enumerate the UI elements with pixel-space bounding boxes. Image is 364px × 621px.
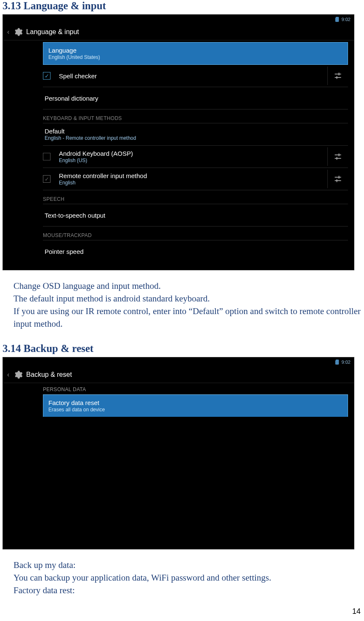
row-default-sub: English - Remote controller input method xyxy=(45,135,348,141)
body-p1: Change OSD language and input method. xyxy=(13,280,361,292)
row-factory-title: Factory data reset xyxy=(48,399,344,407)
body2-p2: You can backup your application data, Wi… xyxy=(13,571,361,584)
body2-p1: Back up my data: xyxy=(13,559,361,571)
row-default-title: Default xyxy=(45,127,348,135)
svg-rect-2 xyxy=(339,73,340,76)
settings-list-2: PERSONAL DATA Factory data reset Erases … xyxy=(3,383,354,549)
settings-icon[interactable] xyxy=(334,152,342,161)
svg-rect-0 xyxy=(335,74,341,75)
svg-rect-4 xyxy=(335,155,341,155)
checkbox-aosp[interactable] xyxy=(43,153,50,160)
svg-rect-11 xyxy=(337,179,337,182)
svg-rect-3 xyxy=(337,76,337,79)
svg-rect-9 xyxy=(335,180,341,181)
row-factory-sub: Erases all data on device xyxy=(48,407,344,413)
screen-title-2: Backup & reset xyxy=(26,371,72,378)
svg-rect-10 xyxy=(339,176,340,179)
svg-rect-8 xyxy=(335,177,341,178)
sim-icon xyxy=(335,360,339,365)
row-language-sub: English (United States) xyxy=(48,54,344,61)
row-spell-title: Spell checker xyxy=(59,72,327,80)
svg-rect-7 xyxy=(337,157,337,160)
row-remote[interactable]: ✓ Remote controller input method English xyxy=(43,168,348,190)
title-bar[interactable]: ‹ Language & input xyxy=(3,24,354,40)
screenshot-language-input: 9:02 ‹ Language & input Language English… xyxy=(3,14,354,270)
status-bar: 9:02 xyxy=(3,15,354,24)
row-aosp-title: Android Keyboard (AOSP) xyxy=(59,149,327,157)
page-number: 14 xyxy=(352,607,361,616)
row-spell-checker[interactable]: ✓ Spell checker xyxy=(43,65,348,87)
status-time: 9:02 xyxy=(342,17,351,22)
row-dict-title: Personal dictionary xyxy=(45,94,348,102)
back-icon[interactable]: ‹ xyxy=(7,28,9,36)
row-default[interactable]: Default English - Remote controller inpu… xyxy=(43,123,348,146)
sim-icon xyxy=(335,17,339,22)
screen-title: Language & input xyxy=(26,28,79,36)
gear-icon xyxy=(13,370,23,379)
svg-rect-1 xyxy=(335,77,341,78)
row-aosp[interactable]: Android Keyboard (AOSP) English (US) xyxy=(43,146,348,168)
row-personal-dictionary[interactable]: Personal dictionary xyxy=(43,87,348,109)
row-language[interactable]: Language English (United States) xyxy=(43,42,348,65)
svg-rect-5 xyxy=(335,158,341,159)
status-time-2: 9:02 xyxy=(342,360,351,365)
cat-speech: SPEECH xyxy=(43,190,348,204)
row-remote-sub: English xyxy=(59,180,327,186)
row-aosp-sub: English (US) xyxy=(59,157,327,164)
settings-icon[interactable] xyxy=(334,72,342,80)
body-text-1: Change OSD language and input method. Th… xyxy=(13,280,361,330)
cat-keyboard: KEYBOARD & INPUT METHODS xyxy=(43,109,348,123)
screenshot-backup-reset: 9:02 ‹ Backup & reset PERSONAL DATA Fact… xyxy=(3,357,354,549)
body-p3: If you are using our IR remote control, … xyxy=(13,305,361,330)
heading-language-input: 3.13 Language & input xyxy=(3,0,361,12)
cat-mouse: MOUSE/TRACKPAD xyxy=(43,227,348,240)
back-icon[interactable]: ‹ xyxy=(7,371,9,378)
heading-backup-reset: 3.14 Backup & reset xyxy=(3,343,361,354)
row-language-title: Language xyxy=(48,46,344,54)
gear-icon xyxy=(13,27,23,37)
svg-rect-6 xyxy=(339,154,340,157)
body2-p3: Factory data rest: xyxy=(13,584,361,597)
settings-icon[interactable] xyxy=(334,175,342,183)
title-bar-2[interactable]: ‹ Backup & reset xyxy=(3,367,354,383)
cat-personal-data: PERSONAL DATA xyxy=(43,385,348,394)
row-tts[interactable]: Text-to-speech output xyxy=(43,204,348,227)
checkbox-spell-checker[interactable]: ✓ xyxy=(43,72,50,80)
row-pointer-title: Pointer speed xyxy=(45,248,348,256)
checkbox-remote[interactable]: ✓ xyxy=(43,175,50,183)
row-remote-title: Remote controller input method xyxy=(59,172,327,180)
status-bar-2: 9:02 xyxy=(3,357,354,367)
settings-list: Language English (United States) ✓ Spell… xyxy=(3,40,354,270)
row-pointer[interactable]: Pointer speed xyxy=(43,240,348,262)
body-p2: The default input method is android stan… xyxy=(13,292,361,305)
row-factory-reset[interactable]: Factory data reset Erases all data on de… xyxy=(43,394,348,417)
row-tts-title: Text-to-speech output xyxy=(45,211,348,219)
body-text-2: Back up my data: You can backup your app… xyxy=(13,559,361,597)
